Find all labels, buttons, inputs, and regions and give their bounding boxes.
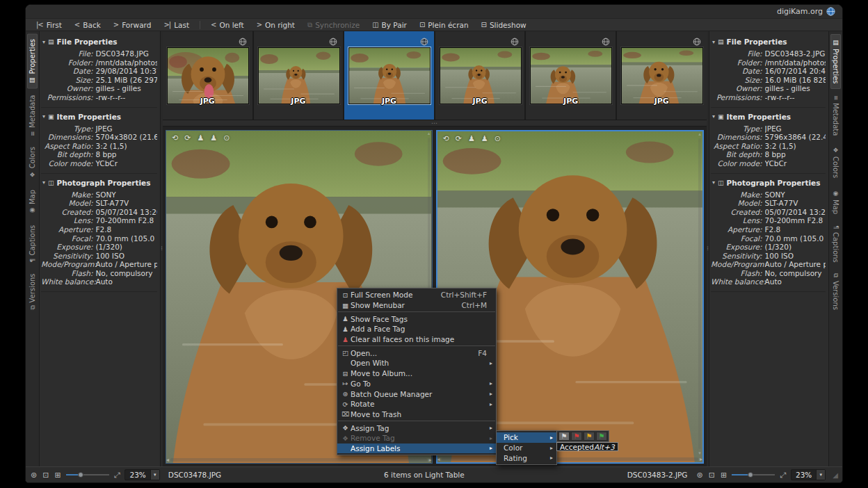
menubar-item[interactable] (66, 10, 76, 13)
context-menu-item[interactable]: ⊟ Move to Album... ▸ (337, 368, 496, 379)
context-menu-item[interactable]: ❖ Assign Tag ▸ (337, 423, 496, 433)
section-header-file-properties[interactable]: ▾ ▤ File Properties (711, 34, 826, 49)
section-header-photograph-properties[interactable]: ▾ ◫ Photograph Properties (41, 175, 157, 190)
context-menu-item[interactable]: ◰ Open... F4 ▸ (337, 348, 496, 358)
right-sidebar-tab[interactable]: ¶ Captions (830, 220, 841, 268)
context-menu-item[interactable]: ♟ Add a Face Tag ▸ (337, 324, 496, 334)
combo-dropdown-icon[interactable]: ▾ (816, 470, 825, 480)
submenu-item[interactable]: Color ▸ (497, 443, 556, 453)
context-menu-item[interactable]: ↦ Go To ▸ (337, 379, 496, 389)
right-sidebar-tab[interactable]: ▤ Properties (830, 34, 841, 89)
play-icon[interactable]: ⊙ (223, 133, 230, 143)
toolbar-button[interactable]: ⊡ Plein écran (415, 20, 474, 30)
show-face-tags-icon[interactable]: ♟ (197, 133, 204, 143)
toolbar-button-label: On left (219, 21, 243, 29)
metadata-tab-icon: ≡ (833, 95, 839, 101)
section-header-file-properties[interactable]: ▾ ▤ File Properties (41, 34, 157, 49)
fit-window-icon[interactable]: ⊡ (42, 471, 49, 480)
accepted-flag-icon[interactable]: ⚑ (596, 432, 607, 441)
rotate-left-icon[interactable]: ⟲ (443, 134, 449, 143)
toolbar-button[interactable]: > On right (252, 20, 300, 30)
right-splitter[interactable]: ⁞ (707, 31, 709, 466)
rejected-flag-icon[interactable]: ⚑ (571, 432, 582, 441)
resize-grip[interactable]: ◢ (833, 471, 838, 479)
toolbar-button[interactable]: < On left (206, 20, 249, 30)
left-sidebar-tab[interactable]: ≡ Metadata (27, 90, 38, 141)
property-row: File: DSC03483-2.JPG (711, 49, 826, 58)
left-sidebar-tab[interactable]: ⧉ Versions (27, 268, 38, 314)
property-row: Owner: gilles - gilles (41, 84, 157, 93)
thumbnail[interactable]: JPG (617, 31, 708, 120)
zoom-fit-icon[interactable]: ⤢ (113, 471, 121, 480)
right-sidebar-tab[interactable]: ≡ Metadata (830, 90, 841, 141)
context-menu-item[interactable]: ⟳ Rotate ▸ (337, 399, 496, 409)
horizontal-scrollbar[interactable]: ◂▸ (437, 456, 703, 462)
toolbar-button[interactable]: ⧉ Synchronize (303, 20, 364, 30)
context-menu-item[interactable]: ♟ Clear all faces on this image ▸ (337, 334, 496, 345)
toolbar-button[interactable]: >| Last (159, 20, 194, 30)
context-menu-item[interactable]: ⌧ Move to Trash ▸ (337, 409, 496, 420)
zoom-fit-icon[interactable]: ⤢ (779, 471, 787, 480)
property-row: Exposure: (1/320) (711, 243, 826, 252)
property-label: Dimensions: (711, 133, 765, 142)
tab-label: Captions (29, 225, 36, 256)
right-zoom-slider[interactable] (732, 471, 775, 479)
show-face-tags-icon[interactable]: ♟ (468, 134, 475, 143)
menubar-item[interactable] (77, 10, 87, 13)
section-header-item-properties[interactable]: ▾ ▣ Item Properties (711, 109, 826, 124)
rotate-right-icon[interactable]: ⟳ (456, 134, 462, 143)
add-face-tag-icon[interactable]: ♟ (210, 133, 217, 143)
rotate-right-icon[interactable]: ⟳ (184, 133, 191, 143)
thumbnail[interactable]: JPG (344, 31, 435, 120)
property-row: Permissions: -rw-r--r-- (711, 93, 826, 102)
zoom-1-1-icon[interactable]: ⊞ (54, 471, 61, 480)
horizontal-scrollbar[interactable]: ◂▸ (166, 457, 432, 463)
thumbnail[interactable]: JPG (435, 31, 527, 120)
thumbnail[interactable]: JPG (254, 31, 345, 120)
fit-window-icon[interactable]: ⊡ (708, 471, 716, 480)
toolbar-button[interactable]: ⊟ Slideshow (476, 20, 531, 30)
zoom-settings-icon[interactable]: ⊛ (696, 471, 703, 480)
no-pick-flag-icon[interactable]: ⚑ (558, 432, 570, 441)
left-sidebar-tab[interactable]: ❖ Colors (27, 142, 38, 183)
toolbar-button[interactable]: > Forward (108, 20, 156, 30)
thumbbar-splitter[interactable]: ⋯ (163, 120, 707, 127)
add-face-tag-icon[interactable]: ♟ (481, 134, 488, 143)
toolbar-button[interactable]: < Back (70, 20, 106, 30)
thumbnail[interactable]: JPG (526, 31, 617, 120)
submenu-item[interactable]: Pick ▸ (497, 432, 556, 443)
vertical-scrollbar[interactable]: ▴▾ (697, 131, 702, 456)
context-menu-item[interactable]: Open With ▸ (337, 358, 496, 368)
menubar-item[interactable] (33, 10, 42, 13)
left-sidebar-tab[interactable]: ▤ Properties (27, 34, 38, 89)
section-header-item-properties[interactable]: ▾ ▣ Item Properties (41, 109, 157, 124)
brand-label[interactable]: digiKam.org (777, 7, 823, 16)
context-menu-item[interactable]: ❖ Remove Tag ▸ (337, 433, 496, 444)
left-zoom-combo[interactable]: 23% ▾ (124, 469, 159, 480)
rotate-left-icon[interactable]: ⟲ (172, 133, 178, 143)
context-menu-item[interactable]: ⊛ Batch Queue Manager ▸ (337, 389, 496, 399)
left-sidebar-tab[interactable]: ◉ Map (27, 185, 38, 219)
context-menu-item[interactable]: ♟ Show Face Tags ▸ (337, 314, 496, 324)
pending-flag-icon[interactable]: ⚑ (584, 432, 595, 441)
toolbar-button[interactable]: ◫ By Pair (367, 20, 412, 30)
right-sidebar-tab[interactable]: ⧉ Versions (830, 268, 841, 314)
thumbnail[interactable]: JPG (163, 31, 254, 120)
toolbar-button[interactable]: |< First (31, 20, 67, 30)
section-header-photograph-properties[interactable]: ▾ ◫ Photograph Properties (711, 175, 826, 190)
right-sidebar-tab[interactable]: ◉ Map (830, 185, 841, 219)
zoom-settings-icon[interactable]: ⊛ (30, 471, 38, 480)
combo-dropdown-icon[interactable]: ▾ (150, 470, 159, 480)
submenu-item[interactable]: Rating ▸ (497, 453, 556, 463)
context-menu-item[interactable]: ▦ Show Menubar Ctrl+M ▸ (337, 300, 496, 311)
context-menu-item[interactable]: ⊡ Full Screen Mode Ctrl+Shift+F ▸ (337, 290, 496, 300)
menubar-item[interactable] (55, 10, 65, 13)
zoom-1-1-icon[interactable]: ⊞ (720, 471, 728, 480)
menubar-item[interactable] (44, 10, 54, 13)
left-sidebar-tab[interactable]: ¶ Captions (27, 220, 38, 268)
play-icon[interactable]: ⊙ (495, 134, 501, 143)
left-zoom-slider[interactable] (66, 471, 109, 479)
right-zoom-combo[interactable]: 23% ▾ (791, 469, 826, 480)
right-sidebar-tab[interactable]: ❖ Colors (830, 142, 841, 183)
context-menu-item[interactable]: Assign Labels ▸ (337, 444, 496, 454)
